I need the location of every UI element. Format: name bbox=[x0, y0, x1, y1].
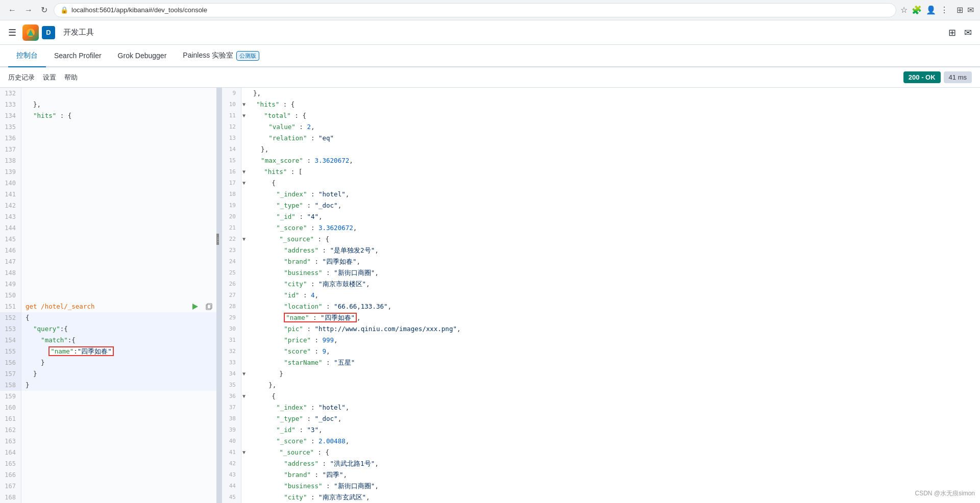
response-scroll[interactable]: 9 }, 10 ▼ "hits" : { 11 ▼ "total" : { bbox=[222, 88, 980, 503]
code-line: 133 }, bbox=[0, 99, 219, 110]
forward-button[interactable]: → bbox=[22, 4, 35, 17]
resp-line: 32 "score" : 9, bbox=[222, 346, 980, 357]
resp-line: 33 "starName" : "五星" bbox=[222, 357, 980, 368]
resp-line: 17 ▼ { bbox=[222, 178, 980, 189]
code-line: 137 bbox=[0, 144, 219, 155]
address-bar[interactable]: 🔒 localhost:5601/app/kibana#/dev_tools/c… bbox=[54, 3, 896, 17]
response-panel: 9 }, 10 ▼ "hits" : { 11 ▼ "total" : { bbox=[222, 88, 980, 503]
app-grid-icon[interactable]: ⊞ bbox=[948, 27, 956, 38]
editor-scroll[interactable]: 132 133 }, 134 "hits" : { 135 136 137 13… bbox=[0, 88, 219, 503]
resp-line: 34 ▼ } bbox=[222, 368, 980, 380]
run-button[interactable] bbox=[189, 301, 201, 312]
grid-icon[interactable]: ⊞ bbox=[957, 5, 963, 15]
history-button[interactable]: 历史记录 bbox=[8, 73, 35, 82]
resp-line: 31 "price" : 999, bbox=[222, 335, 980, 346]
editor-splitter[interactable] bbox=[216, 88, 219, 503]
toolbar: 历史记录 设置 帮助 200 - OK 41 ms bbox=[0, 67, 980, 88]
code-line: 164 bbox=[0, 447, 219, 458]
resp-line: 26 "city" : "南京市鼓楼区", bbox=[222, 279, 980, 290]
resp-line: 23 "address" : "是单独发2号", bbox=[222, 245, 980, 256]
resp-line: 10 ▼ "hits" : { bbox=[222, 99, 980, 110]
code-line: 142 bbox=[0, 200, 219, 211]
resp-line: 28 "location" : "66.66,133.36", bbox=[222, 301, 980, 312]
status-badge: 200 - OK bbox=[903, 71, 941, 83]
help-button[interactable]: 帮助 bbox=[64, 73, 78, 82]
resp-line: 22 ▼ "_source" : { bbox=[222, 234, 980, 245]
resp-line: 42 "address" : "洪武北路1号", bbox=[222, 458, 980, 469]
code-line: 157 } bbox=[0, 368, 219, 380]
hamburger-menu[interactable]: ☰ bbox=[8, 27, 16, 38]
url-text: localhost:5601/app/kibana#/dev_tools/con… bbox=[71, 6, 207, 14]
code-line: 140 bbox=[0, 178, 219, 189]
resp-line: 43 "brand" : "四季", bbox=[222, 469, 980, 481]
highlighted-request-line: 155 "name":"四季如春" bbox=[0, 346, 219, 357]
mail-icon[interactable]: ✉ bbox=[967, 5, 974, 15]
time-badge: 41 ms bbox=[944, 71, 972, 83]
code-line: 168 bbox=[0, 492, 219, 503]
app-mail-icon[interactable]: ✉ bbox=[964, 27, 972, 38]
resp-line: 40 "_score" : 2.00488, bbox=[222, 436, 980, 447]
code-line: 162 bbox=[0, 424, 219, 436]
app-badge: D bbox=[42, 26, 55, 39]
resp-line: 36 ▼ { bbox=[222, 391, 980, 402]
settings-button[interactable]: 设置 bbox=[43, 73, 56, 82]
copy-button[interactable] bbox=[204, 301, 215, 312]
reload-button[interactable]: ↻ bbox=[39, 3, 50, 17]
tab-grok-debugger[interactable]: Grok Debugger bbox=[110, 45, 175, 67]
browser-bar: ← → ↻ 🔒 localhost:5601/app/kibana#/dev_t… bbox=[0, 0, 980, 20]
resp-line: 18 "_index" : "hotel", bbox=[222, 189, 980, 200]
resp-line: 9 }, bbox=[222, 88, 980, 99]
resp-line: 30 "pic" : "http://www.qiniu.com/images/… bbox=[222, 323, 980, 335]
kibana-logo bbox=[22, 24, 39, 41]
resp-line: 35 }, bbox=[222, 380, 980, 391]
code-line: 143 bbox=[0, 211, 219, 222]
code-line: 139 bbox=[0, 166, 219, 178]
resp-line: 12 "value" : 2, bbox=[222, 121, 980, 133]
beta-badge: 公测版 bbox=[236, 51, 259, 61]
resp-line: 16 ▼ "hits" : [ bbox=[222, 166, 980, 178]
profile-icon[interactable]: 👤 bbox=[926, 5, 936, 15]
resp-line: 24 "brand" : "四季如春", bbox=[222, 256, 980, 267]
tab-painless-label: Painless 实验室 bbox=[183, 51, 233, 60]
watermark: CSDN @水无痕simon bbox=[915, 489, 975, 498]
code-line: 165 bbox=[0, 458, 219, 469]
request-line: 151 get /hotel/_search bbox=[0, 301, 219, 312]
code-line: 166 bbox=[0, 469, 219, 481]
code-line: 158 } bbox=[0, 380, 219, 391]
resp-line: 15 "max_score" : 3.3620672, bbox=[222, 155, 980, 166]
resp-line: 13 "relation" : "eq" bbox=[222, 133, 980, 144]
code-line: 150 bbox=[0, 290, 219, 301]
code-line: 152 { bbox=[0, 312, 219, 323]
resp-line: 25 "business" : "新街口商圈", bbox=[222, 267, 980, 279]
tab-bar: 控制台 Search Profiler Grok Debugger Painle… bbox=[0, 45, 980, 67]
resp-line: 11 ▼ "total" : { bbox=[222, 110, 980, 121]
code-line: 163 bbox=[0, 436, 219, 447]
code-line: 167 bbox=[0, 481, 219, 492]
resp-line: 20 "_id" : "4", bbox=[222, 211, 980, 222]
code-line: 156 } bbox=[0, 357, 219, 368]
panel-splitter[interactable]: ⋮ bbox=[216, 234, 219, 245]
extension-icon[interactable]: 🧩 bbox=[912, 5, 922, 15]
code-line: 136 bbox=[0, 133, 219, 144]
code-line: 138 bbox=[0, 155, 219, 166]
resp-line: 38 "_type" : "_doc", bbox=[222, 413, 980, 424]
tab-search-profiler-label: Search Profiler bbox=[54, 52, 102, 60]
code-line: 146 bbox=[0, 245, 219, 256]
app-bar: ☰ D 开发工具 ⊞ ✉ bbox=[0, 20, 980, 45]
back-button[interactable]: ← bbox=[6, 4, 18, 17]
resp-line: 19 "_type" : "_doc", bbox=[222, 200, 980, 211]
resp-line: 44 "business" : "新街口商圈", bbox=[222, 481, 980, 492]
resp-line: 21 "_score" : 3.3620672, bbox=[222, 222, 980, 234]
menu-icon[interactable]: ⋮ bbox=[940, 5, 948, 15]
kibana-logo-svg bbox=[26, 28, 36, 38]
copy-icon bbox=[206, 303, 213, 310]
tab-painless[interactable]: Painless 实验室 公测版 bbox=[175, 45, 267, 67]
tab-console[interactable]: 控制台 bbox=[8, 45, 46, 67]
star-icon[interactable]: ☆ bbox=[900, 5, 908, 15]
tab-search-profiler[interactable]: Search Profiler bbox=[46, 45, 110, 67]
play-icon bbox=[191, 303, 199, 310]
tab-grok-debugger-label: Grok Debugger bbox=[118, 52, 167, 60]
resp-line: 37 "_index" : "hotel", bbox=[222, 402, 980, 413]
code-line: 148 bbox=[0, 267, 219, 279]
editor-code-area: 132 133 }, 134 "hits" : { 135 136 137 13… bbox=[0, 88, 219, 503]
